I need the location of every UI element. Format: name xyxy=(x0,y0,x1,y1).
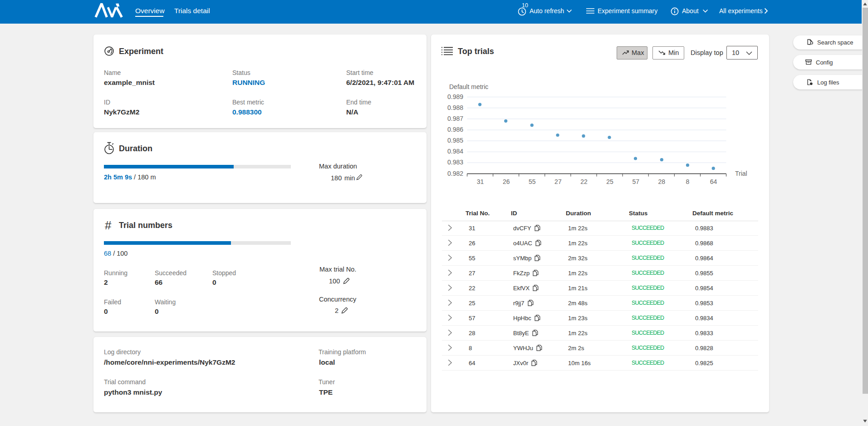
svg-text:27: 27 xyxy=(554,178,562,185)
svg-text:22: 22 xyxy=(580,178,588,185)
svg-text:0.985: 0.985 xyxy=(447,137,463,144)
svg-text:25: 25 xyxy=(606,178,613,185)
svg-text:28: 28 xyxy=(658,178,666,185)
svg-text:0.989: 0.989 xyxy=(447,93,463,100)
svg-text:26: 26 xyxy=(503,178,510,185)
svg-text:57: 57 xyxy=(632,178,639,185)
svg-text:Trial: Trial xyxy=(735,170,747,177)
svg-text:64: 64 xyxy=(710,178,717,185)
svg-text:0.988: 0.988 xyxy=(447,104,463,111)
svg-text:8: 8 xyxy=(686,178,690,185)
svg-text:Default metric: Default metric xyxy=(449,83,488,90)
svg-text:0.982: 0.982 xyxy=(447,170,463,177)
svg-text:0.983: 0.983 xyxy=(447,159,463,166)
svg-text:31: 31 xyxy=(477,178,484,185)
svg-text:0.986: 0.986 xyxy=(447,126,463,133)
svg-text:55: 55 xyxy=(529,178,536,185)
svg-text:0.984: 0.984 xyxy=(447,148,463,155)
svg-text:0.987: 0.987 xyxy=(447,115,463,122)
